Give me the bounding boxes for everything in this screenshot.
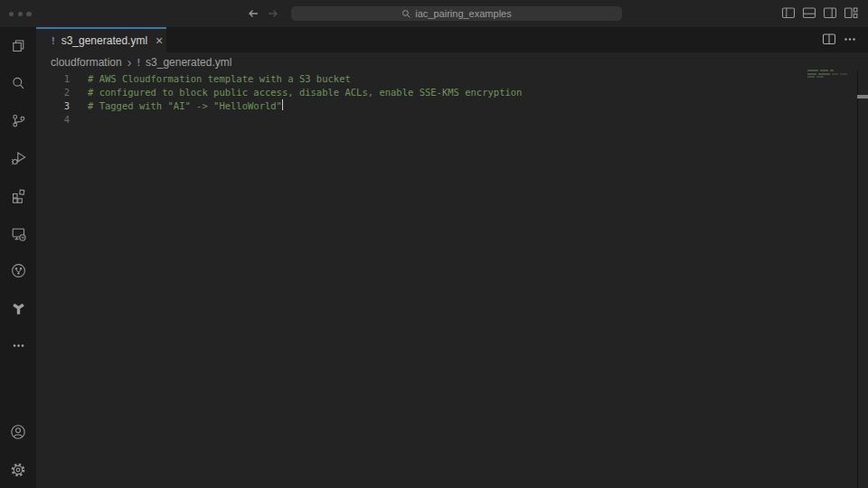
tab-close-icon[interactable]: × xyxy=(156,36,163,45)
traffic-lights[interactable] xyxy=(9,12,32,16)
minimize-window-button[interactable] xyxy=(18,12,23,16)
tab-s3-generated-yml[interactable]: ! s3_generated.yml × xyxy=(36,27,166,52)
close-window-button[interactable] xyxy=(9,12,14,16)
overview-ruler-border xyxy=(857,70,858,488)
activity-extensions[interactable] xyxy=(0,188,36,203)
breadcrumb-file-icon: ! xyxy=(137,57,140,68)
search-icon xyxy=(401,9,411,19)
maximize-window-button[interactable] xyxy=(26,12,31,16)
code-line-2: 2 # configured to block public access, d… xyxy=(36,86,868,99)
text-cursor xyxy=(282,99,283,110)
more-icon xyxy=(11,338,26,353)
line-number-1: 1 xyxy=(36,72,70,86)
files-icon xyxy=(11,38,26,53)
activity-terraform[interactable] xyxy=(0,301,36,316)
activity-explorer[interactable] xyxy=(0,38,36,53)
search-value: iac_pairing_examples xyxy=(415,8,511,19)
extensions-icon xyxy=(11,188,26,203)
code-line-3: 3 # Tagged with "AI" -> "HelloWorld" xyxy=(36,99,868,113)
breadcrumb-chevron-icon: › xyxy=(127,57,132,68)
account-icon xyxy=(10,424,26,440)
source-control-icon xyxy=(11,113,26,128)
activity-more[interactable] xyxy=(0,338,36,353)
code-line-4: 4 xyxy=(36,113,868,127)
overview-ruler-cursor-mark xyxy=(857,95,868,99)
command-center-search[interactable]: iac_pairing_examples xyxy=(291,6,622,21)
toggle-secondary-sidebar-icon[interactable] xyxy=(823,6,837,20)
terraform-icon xyxy=(11,301,26,316)
breadcrumb-folder[interactable]: cloudformation xyxy=(51,56,122,69)
toggle-primary-sidebar-icon[interactable] xyxy=(781,6,796,20)
tab-label: s3_generated.yml xyxy=(61,34,147,47)
back-button[interactable] xyxy=(246,6,260,21)
gear-icon xyxy=(10,462,26,478)
editor-group: ! s3_generated.yml × cloudformation › ! … xyxy=(36,27,868,488)
customize-layout-icon[interactable] xyxy=(844,6,858,20)
code-line-1: 1 # AWS Cloudformation template with a S… xyxy=(36,72,868,86)
forward-button[interactable] xyxy=(266,6,280,21)
activity-bar xyxy=(0,27,36,488)
title-bar: iac_pairing_examples xyxy=(0,0,868,27)
breadcrumb: cloudformation › ! s3_generated.yml xyxy=(36,52,868,72)
commit-graph-icon xyxy=(11,263,26,278)
run-debug-icon xyxy=(11,150,26,165)
accounts-button[interactable] xyxy=(0,424,36,439)
tab-bar: ! s3_generated.yml × xyxy=(36,27,868,52)
settings-button[interactable] xyxy=(0,462,36,477)
yaml-file-icon: ! xyxy=(52,35,55,46)
search-sidebar-icon xyxy=(11,76,26,91)
toggle-panel-icon[interactable] xyxy=(802,6,816,20)
split-editor-icon[interactable] xyxy=(822,33,836,46)
activity-commit-graph[interactable] xyxy=(0,263,36,278)
line-number-4: 4 xyxy=(36,113,70,127)
activity-remote-explorer[interactable] xyxy=(0,226,36,241)
activity-run-debug[interactable] xyxy=(0,150,36,165)
line-number-3: 3 xyxy=(36,99,70,113)
code-editor[interactable]: 1 # AWS Cloudformation template with a S… xyxy=(36,72,868,127)
activity-search[interactable] xyxy=(0,76,36,91)
breadcrumb-file[interactable]: s3_generated.yml xyxy=(146,56,231,69)
editor-actions-more-icon[interactable] xyxy=(843,33,857,46)
activity-source-control[interactable] xyxy=(0,113,36,128)
remote-explorer-icon xyxy=(11,226,26,241)
line-number-2: 2 xyxy=(36,86,70,99)
